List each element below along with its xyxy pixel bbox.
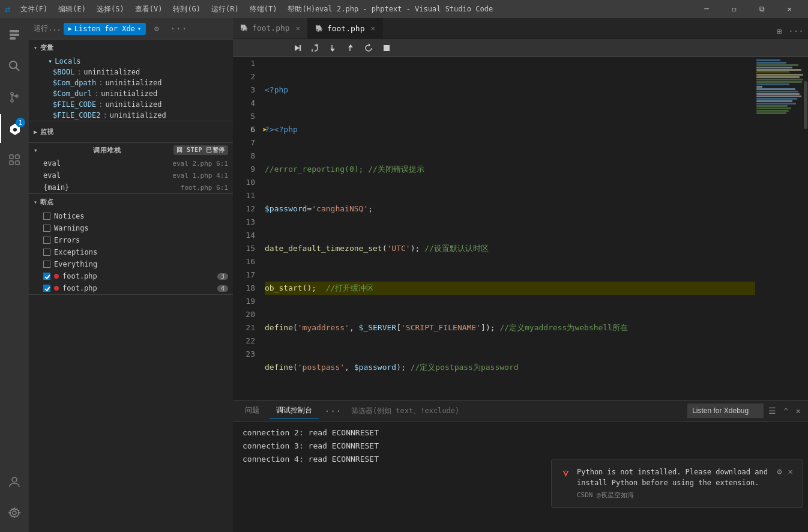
svg-marker-20 <box>348 44 353 47</box>
var-file-code2: $FILE_CODE2 : uninitialized <box>38 110 233 121</box>
panel-close-button[interactable]: ✕ <box>794 405 803 417</box>
svg-rect-1 <box>10 34 19 36</box>
debug-channel-select[interactable]: Listen for Xdebug <box>687 404 764 418</box>
activity-extensions[interactable] <box>0 145 29 174</box>
debug-continue-button[interactable] <box>289 41 304 55</box>
menu-file[interactable]: 文件(F) <box>16 3 53 16</box>
code-line-5: date_default_timezone_set('UTC'); //设置默认… <box>265 242 755 255</box>
debug-more-button[interactable]: ··· <box>167 22 190 35</box>
code-editor[interactable]: 1 2 3 4 5 6 7 8 9 10 11 12 13 14 15 16 1 <box>233 57 808 400</box>
restore-button[interactable]: ⧉ <box>748 0 776 18</box>
menu-goto[interactable]: 转到(G) <box>168 3 205 16</box>
debug-restart-button[interactable] <box>361 41 376 55</box>
bp-foot1-checkbox[interactable] <box>43 273 50 280</box>
watch-section: ▶ 监视 <box>29 121 233 143</box>
activity-explorer[interactable] <box>0 20 29 49</box>
var-com-durl: $Com_durl : uninitialized <box>38 88 233 99</box>
code-line-4: $password='canghaiNSQ'; <box>265 202 755 216</box>
scrollbar-thumb <box>804 81 807 129</box>
variables-section: ▾ 变量 ▾ Locals $BOOL : uninitialized $Com… <box>29 40 233 121</box>
var-bool: $BOOL : uninitialized <box>38 67 233 77</box>
svg-point-6 <box>11 100 13 102</box>
panel-area: 问题 调试控制台 ··· Listen for Xdebug ☰ ⌃ ✕ con… <box>233 400 808 532</box>
minimap-content <box>755 57 803 117</box>
panel-filter-icon[interactable]: ☰ <box>766 405 779 417</box>
maximize-button[interactable]: ◻ <box>720 0 748 18</box>
menu-run[interactable]: 运行(R) <box>207 3 244 16</box>
notification-error-icon: ⛛ <box>561 468 571 479</box>
bp-notices-checkbox[interactable] <box>43 213 50 220</box>
notification-close-button[interactable]: ✕ <box>788 467 793 476</box>
panel-tab-debug[interactable]: 调试控制台 <box>269 403 319 419</box>
panel-filter-input[interactable] <box>351 407 680 415</box>
cs-name-eval1: eval <box>43 159 61 168</box>
debug-stepinto-button[interactable] <box>325 41 340 55</box>
cs-file-eval1: eval 2.php 6:1 <box>172 160 228 168</box>
activity-bar: 1 <box>0 18 29 532</box>
callstack-item-eval2[interactable]: eval eval 1.php 4:1 <box>29 169 233 181</box>
panel-tab-problems[interactable]: 问题 <box>238 403 267 419</box>
debug-stop-button[interactable] <box>379 41 394 55</box>
listen-for-xde-button[interactable]: ▶ Listen for Xde ▾ <box>64 23 146 35</box>
cs-file-main: foot.php 6:1 <box>181 184 228 192</box>
debug-config-button[interactable]: ⚙ <box>148 20 165 37</box>
more-actions-button[interactable]: ··· <box>789 24 803 38</box>
callstack-header[interactable]: ▾ 调用堆栈 回 STEP 已暂停 <box>29 143 233 157</box>
variables-header[interactable]: ▾ 变量 <box>29 40 233 56</box>
callstack-item-eval1[interactable]: eval eval 2.php 6:1 <box>29 157 233 169</box>
svg-rect-11 <box>10 155 13 159</box>
menu-view[interactable]: 查看(V) <box>130 3 167 16</box>
activity-git[interactable] <box>0 83 29 112</box>
debug-stepout-button[interactable] <box>343 41 358 55</box>
panel-expand-button[interactable]: ⌃ <box>781 405 791 417</box>
locals-header[interactable]: ▾ Locals <box>38 56 233 67</box>
panel-tab-more[interactable]: ··· <box>322 405 344 417</box>
menu-terminal[interactable]: 终端(T) <box>245 3 282 16</box>
notification-gear-icon[interactable]: ⚙ <box>777 467 782 476</box>
bp-warnings-checkbox[interactable] <box>43 225 50 232</box>
svg-point-5 <box>11 92 13 95</box>
callstack-item-main[interactable]: {main} foot.php 6:1 <box>29 181 233 193</box>
svg-marker-19 <box>330 49 335 52</box>
code-content[interactable]: <?php ?><?php //error_reporting(0); //关闭… <box>260 57 755 400</box>
split-editor-button[interactable]: ⊞ <box>772 24 786 38</box>
debug-action-bar <box>233 39 808 57</box>
cs-name-main: {main} <box>43 183 69 192</box>
minimize-button[interactable]: ─ <box>693 0 720 18</box>
bp-everything-checkbox[interactable] <box>43 261 50 268</box>
var-file-code-name: $FILE_CODE <box>53 100 96 109</box>
menu-help[interactable]: 帮助(H) <box>283 3 320 16</box>
activity-settings[interactable] <box>0 498 29 527</box>
bp-errors-checkbox[interactable] <box>43 237 50 244</box>
tab-close-1[interactable]: ✕ <box>296 24 300 32</box>
locals-chevron: ▾ <box>48 57 52 65</box>
titlebar: ⇄ 文件(F) 编辑(E) 选择(S) 查看(V) 转到(G) 运行(R) 终端… <box>0 0 808 18</box>
code-line-7: define('myaddress', $_SERVER['SCRIPT_FIL… <box>265 321 755 334</box>
code-line-1: <?php <box>265 83 755 97</box>
tab-foot-php-2[interactable]: 🐘 foot.php ✕ <box>308 18 383 38</box>
activity-search[interactable] <box>0 52 29 80</box>
tab-foot-php-1[interactable]: 🐘 foot.php ✕ <box>233 18 308 38</box>
close-button[interactable]: ✕ <box>776 0 803 18</box>
code-line-8: define('postpass', $password); //定义postp… <box>265 361 755 374</box>
menu-edit[interactable]: 编辑(E) <box>53 3 91 16</box>
bp-foot2-checkbox[interactable] <box>43 285 50 292</box>
watch-header[interactable]: ▶ 监视 <box>29 124 233 140</box>
bp-foot2-label: foot.php <box>62 284 97 292</box>
bp-foot1-dot <box>54 274 59 279</box>
locals-group: ▾ Locals $BOOL : uninitialized $Com_dpat… <box>29 56 233 121</box>
var-bool-colon: : <box>77 68 81 76</box>
breakpoints-header[interactable]: ▾ 断点 <box>29 194 233 210</box>
debug-stepover-button[interactable] <box>307 41 322 55</box>
panel-line-1: connection 2: read ECONNRESET <box>243 426 798 440</box>
var-bool-name: $BOOL <box>53 68 74 76</box>
tab-close-2[interactable]: ✕ <box>370 24 375 32</box>
bp-exceptions-label: Exceptions <box>54 248 97 256</box>
bp-exceptions-checkbox[interactable] <box>43 249 50 256</box>
activity-account[interactable] <box>0 467 29 496</box>
scrollbar[interactable] <box>803 57 808 400</box>
panel-line-2: connection 3: read ECONNRESET <box>243 440 798 453</box>
menu-select[interactable]: 选择(S) <box>92 3 129 16</box>
code-line-2: ?><?php <box>265 123 755 136</box>
activity-debug[interactable]: 1 <box>0 114 29 143</box>
